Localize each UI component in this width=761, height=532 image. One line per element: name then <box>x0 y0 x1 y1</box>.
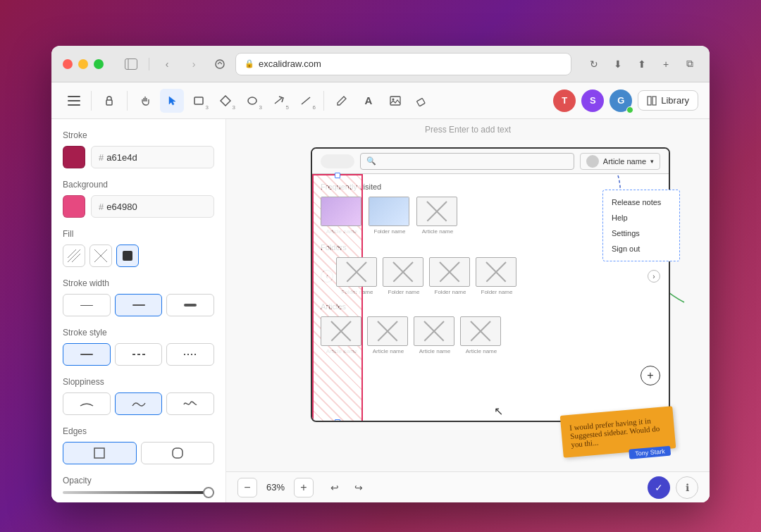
tool-line[interactable]: 6 <box>294 89 318 113</box>
folder-img-1 <box>336 257 377 287</box>
svg-rect-12 <box>648 97 651 105</box>
edges-options <box>63 442 214 464</box>
library-button[interactable]: Library <box>638 90 698 111</box>
articles-card-3: Article name <box>414 316 456 354</box>
tabs-icon[interactable]: ⧉ <box>681 56 698 73</box>
tool-hand[interactable] <box>133 89 157 113</box>
fill-solid[interactable] <box>116 245 139 267</box>
tool-arrow[interactable]: 5 <box>267 89 291 113</box>
tool-text[interactable]: A <box>357 89 380 113</box>
maximize-button[interactable] <box>94 59 104 69</box>
separator <box>127 91 128 111</box>
articles-title: Articles <box>321 302 660 311</box>
sloppiness-label: Sloppiness <box>63 377 214 387</box>
shield-button[interactable]: ✓ <box>648 476 670 499</box>
edges-sharp[interactable] <box>63 442 137 464</box>
canvas-hint: Press Enter to add text <box>425 125 511 135</box>
article-card-2: Article name <box>416 197 459 235</box>
library-label: Library <box>661 95 689 106</box>
avatar-t[interactable]: T <box>553 89 576 112</box>
fill-hatch[interactable] <box>63 245 85 267</box>
svg-line-15 <box>68 249 76 258</box>
tool-pencil[interactable] <box>330 89 354 113</box>
share-icon[interactable]: ⬆ <box>633 56 650 73</box>
folder-img-3 <box>429 257 470 287</box>
next-arrow[interactable]: › <box>648 270 660 283</box>
background-color-swatch[interactable] <box>63 195 85 218</box>
folder-label-4: Folder name <box>476 289 518 295</box>
slop-artist[interactable] <box>115 392 163 415</box>
stroke-width-thin[interactable] <box>63 294 111 316</box>
opacity-slider[interactable] <box>63 491 214 494</box>
stroke-style-section: Stroke style <box>63 328 214 366</box>
stroke-style-dotted[interactable] <box>166 343 214 366</box>
undo-button[interactable]: ↩ <box>325 478 345 497</box>
tool-ellipse[interactable]: 3 <box>240 89 264 113</box>
tool-eraser[interactable] <box>410 89 434 113</box>
back-button[interactable]: ‹ <box>156 56 178 73</box>
article-img-2 <box>416 197 457 226</box>
fill-cross-hatch[interactable] <box>89 245 112 267</box>
opacity-label: Opacity <box>63 476 214 485</box>
svg-rect-3 <box>106 100 112 105</box>
edges-round[interactable] <box>141 442 215 464</box>
address-bar[interactable]: 🔒 excalidraw.com <box>235 53 571 75</box>
wf-topbar: 🔍 Article name ▾ <box>312 149 669 174</box>
tool-rect[interactable]: 3 <box>187 89 211 113</box>
background-color-input[interactable]: # e64980 <box>91 195 214 218</box>
tool-lock[interactable] <box>97 89 121 113</box>
zoom-minus-button[interactable]: − <box>237 478 257 497</box>
svg-line-16 <box>72 254 80 262</box>
avatar-g[interactable]: G <box>610 89 632 112</box>
traffic-lights <box>63 59 104 69</box>
svg-point-6 <box>248 97 256 104</box>
dropdown-release-notes[interactable]: Release notes <box>603 194 679 210</box>
forward-button[interactable]: › <box>183 56 204 73</box>
toolbar: 3 3 3 5 6 <box>51 82 710 119</box>
close-button[interactable] <box>63 59 73 69</box>
stroke-color-swatch[interactable] <box>63 146 85 168</box>
slop-architect[interactable] <box>63 392 111 415</box>
canvas-area[interactable]: Press Enter to add text Use th <box>226 119 710 502</box>
svg-point-10 <box>392 98 395 100</box>
folder-card-2: Folder name <box>383 257 425 295</box>
tool-image[interactable] <box>383 89 407 113</box>
articles-label-3: Article name <box>414 348 456 354</box>
bottom-bar: − 63% + ↩ ↪ ✓ ℹ <box>226 471 710 502</box>
hamburger-menu[interactable] <box>63 89 85 112</box>
redo-button[interactable]: ↪ <box>349 478 369 497</box>
edges-label: Edges <box>63 426 214 436</box>
sticky-note: I would prefer having it in Suggested si… <box>560 406 676 458</box>
folder-label-3: Folder name <box>429 289 471 295</box>
browser-actions: ↻ ⬇ ⬆ + ⧉ <box>586 56 698 73</box>
url-text: excalidraw.com <box>259 58 321 69</box>
add-button[interactable]: + <box>641 366 660 385</box>
dropdown-sign-out[interactable]: Sign out <box>603 241 679 256</box>
minimize-button[interactable] <box>78 59 88 69</box>
stroke-width-medium[interactable] <box>115 294 163 316</box>
new-tab-icon[interactable]: + <box>657 56 674 73</box>
stroke-color-input[interactable]: # a61e4d <box>91 146 214 168</box>
download-icon[interactable]: ⬇ <box>610 56 626 73</box>
avatar-s[interactable]: S <box>581 89 604 112</box>
zoom-level: 63% <box>263 482 288 493</box>
zoom-plus-button[interactable]: + <box>294 478 314 497</box>
stroke-width-options <box>63 294 214 316</box>
folder-label: Folder name <box>369 228 411 235</box>
folder-img <box>369 197 409 226</box>
svg-rect-19 <box>94 448 104 458</box>
refresh-icon[interactable]: ↻ <box>586 56 602 73</box>
stroke-width-thick[interactable] <box>166 294 214 316</box>
dropdown-help[interactable]: Help <box>603 210 679 225</box>
slop-cartoonist[interactable] <box>166 392 214 415</box>
stroke-style-options <box>63 343 214 366</box>
tool-diamond[interactable]: 3 <box>214 89 237 113</box>
stroke-style-dashed[interactable] <box>115 343 163 366</box>
sloppiness-options <box>63 392 214 415</box>
info-button[interactable]: ℹ <box>676 476 698 499</box>
wf-search: 🔍 <box>360 153 574 170</box>
stroke-style-solid[interactable] <box>63 343 111 366</box>
dropdown-settings[interactable]: Settings <box>603 225 679 241</box>
tool-select[interactable] <box>160 89 184 113</box>
sidebar-toggle-icon[interactable] <box>120 56 142 73</box>
